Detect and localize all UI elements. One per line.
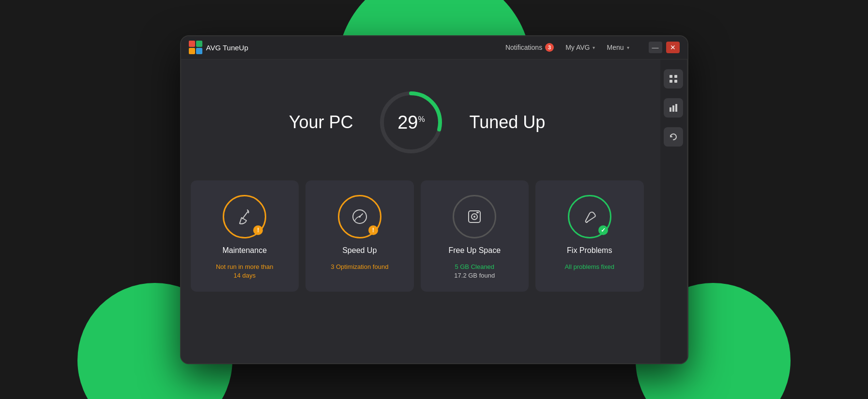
maintenance-sub1: Not run in more than: [216, 263, 274, 270]
fix-problems-title: Fix Problems: [567, 246, 612, 255]
svg-rect-11: [672, 105, 674, 112]
maintenance-title: Maintenance: [222, 246, 267, 255]
close-button[interactable]: ✕: [666, 42, 680, 53]
hero-left-text: Your PC: [289, 112, 353, 133]
svg-rect-10: [670, 107, 671, 112]
logo-quadrant-3: [189, 48, 195, 54]
broom-icon: [235, 207, 254, 226]
notifications-badge: 3: [545, 43, 554, 52]
svg-rect-5: [476, 212, 479, 213]
svg-rect-12: [675, 104, 677, 112]
svg-rect-6: [670, 75, 672, 78]
gauge-number: 29: [397, 112, 418, 133]
maintenance-status: Not run in more than 14 days: [216, 263, 274, 280]
speedometer-icon: [350, 207, 369, 226]
free-space-status: 5 GB Cleaned 17.2 GB found: [454, 263, 495, 280]
notifications-button[interactable]: Notifications 3: [505, 43, 554, 52]
svg-point-4: [473, 216, 475, 218]
fix-problems-card[interactable]: ✓ Fix Problems All problems fixed: [535, 180, 644, 292]
maintenance-warning-dot: !: [253, 225, 263, 235]
menu-label: Menu: [607, 44, 624, 51]
free-up-space-card[interactable]: Free Up Space 5 GB Cleaned 17.2 GB found: [421, 180, 529, 292]
free-space-sub1: 5 GB Cleaned: [454, 263, 495, 271]
sidebar-barchart-button[interactable]: [664, 98, 683, 118]
menu-button[interactable]: Menu ▾: [607, 44, 629, 51]
speed-up-icon-circle: !: [338, 195, 381, 238]
fix-problems-icon-circle: ✓: [568, 195, 611, 238]
tuneup-gauge: 29%: [372, 84, 450, 161]
right-sidebar: [660, 59, 687, 363]
refresh-icon: [669, 133, 678, 141]
gauge-inner: 29%: [372, 84, 450, 161]
avg-logo-icon: [189, 41, 202, 54]
titlebar-right: Notifications 3 My AVG ▾ Menu ▾ — ✕: [505, 42, 680, 53]
app-logo: AVG TuneUp: [189, 41, 248, 54]
laptop-shell: AVG TuneUp Notifications 3 My AVG ▾ Menu…: [180, 35, 688, 364]
speed-up-card[interactable]: ! Speed Up 3 Optimization found: [305, 180, 414, 292]
logo-quadrant-1: [189, 41, 195, 47]
my-avg-label: My AVG: [565, 44, 590, 51]
sidebar-grid-button[interactable]: [664, 69, 683, 89]
main-content: Your PC 29% Tuned Up: [181, 59, 687, 363]
fix-problems-success-dot: ✓: [598, 225, 608, 235]
speed-up-warning-dot: !: [368, 225, 378, 235]
menu-chevron: ▾: [627, 45, 629, 50]
speed-up-title: Speed Up: [342, 246, 377, 255]
speed-up-status: 3 Optimization found: [331, 263, 388, 271]
free-space-sub2: 17.2 GB found: [454, 271, 495, 280]
grid-icon: [669, 74, 678, 83]
logo-quadrant-4: [196, 48, 202, 54]
svg-rect-7: [674, 75, 677, 78]
speed-up-sub1: 3 Optimization found: [331, 263, 388, 270]
wrench-icon: [580, 207, 599, 226]
svg-rect-8: [670, 80, 672, 83]
maintenance-icon-circle: !: [223, 195, 266, 238]
svg-rect-9: [674, 80, 677, 83]
maintenance-card[interactable]: ! Maintenance Not run in more than 14 da…: [191, 180, 299, 292]
hero-right-text: Tuned Up: [469, 112, 545, 133]
central-area: Your PC 29% Tuned Up: [181, 59, 687, 363]
cards-row: ! Maintenance Not run in more than 14 da…: [181, 180, 654, 292]
notifications-label: Notifications: [505, 44, 542, 51]
gauge-percent-value: 29%: [397, 113, 425, 132]
free-space-icon-circle: [453, 195, 496, 238]
app-name: AVG TuneUp: [206, 44, 248, 52]
titlebar: AVG TuneUp Notifications 3 My AVG ▾ Menu…: [181, 36, 687, 59]
logo-quadrant-2: [196, 41, 202, 47]
maintenance-sub2: 14 days: [233, 272, 256, 279]
free-space-title: Free Up Space: [448, 246, 501, 255]
my-avg-button[interactable]: My AVG ▾: [565, 44, 595, 51]
gauge-suffix: %: [418, 115, 425, 123]
bar-chart-icon: [669, 103, 678, 112]
fix-problems-status: All problems fixed: [564, 263, 614, 271]
sidebar-refresh-button[interactable]: [664, 127, 683, 147]
disk-icon: [465, 207, 484, 226]
my-avg-chevron: ▾: [593, 45, 595, 50]
hero-section: Your PC 29% Tuned Up: [181, 59, 654, 180]
minimize-button[interactable]: —: [649, 42, 662, 53]
window-controls: — ✕: [649, 42, 680, 53]
